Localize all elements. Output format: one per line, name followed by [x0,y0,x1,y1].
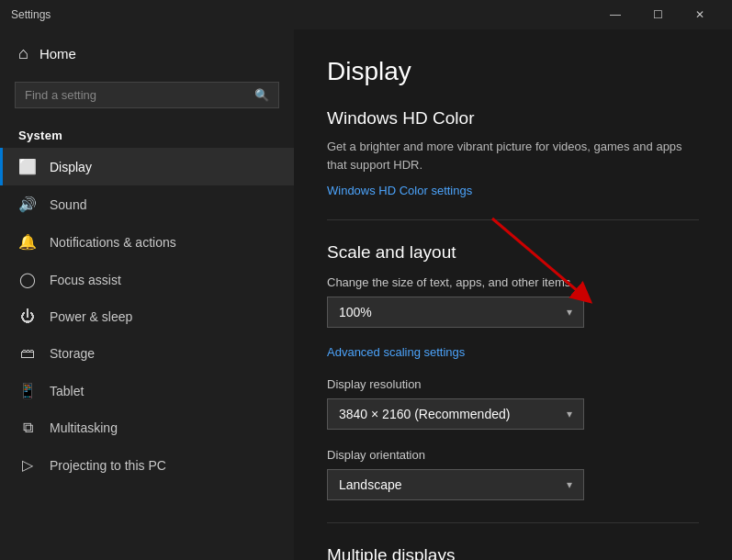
content-area: Display Windows HD Color Get a brighter … [294,29,732,560]
hdr-title: Windows HD Color [327,108,699,129]
storage-icon: 🗃 [18,345,37,362]
chevron-down-icon: ▾ [567,306,572,319]
resolution-dropdown-value: 3840 × 2160 (Recommended) [339,407,510,421]
sidebar: ⌂ Home 🔍 System ⬜ Display 🔊 Sound 🔔 Noti… [0,29,294,560]
divider-2 [327,522,699,523]
focus-icon: ◯ [18,271,37,288]
sidebar-item-home[interactable]: ⌂ Home [0,29,294,78]
divider-1 [327,219,699,220]
app-body: ⌂ Home 🔍 System ⬜ Display 🔊 Sound 🔔 Noti… [0,29,732,560]
hdr-desc: Get a brighter and more vibrant picture … [327,138,699,174]
orientation-dropdown-value: Landscape [339,477,402,492]
search-icon: 🔍 [254,88,269,102]
sidebar-item-focus[interactable]: ◯ Focus assist [0,261,294,298]
titlebar-controls: — ☐ ✕ [594,0,721,29]
sidebar-item-power[interactable]: ⏻ Power & sleep [0,298,294,335]
sidebar-item-sound[interactable]: 🔊 Sound [0,185,294,223]
search-input[interactable] [25,88,247,102]
multitasking-icon: ⧉ [18,420,37,436]
scale-dropdown-value: 100% [339,305,372,319]
titlebar-title: Settings [11,8,594,21]
close-button[interactable]: ✕ [679,0,721,29]
multiple-displays-title: Multiple displays [327,545,699,560]
display-icon: ⬜ [18,158,37,175]
sidebar-category-system: System [0,119,294,148]
notifications-icon: 🔔 [18,233,37,251]
sidebar-item-projecting[interactable]: ▷ Projecting to this PC [0,446,294,484]
hdr-section: Windows HD Color Get a brighter and more… [327,108,699,197]
minimize-button[interactable]: — [594,0,636,29]
scale-dropdown[interactable]: 100% ▾ [327,297,584,328]
sidebar-item-multitasking[interactable]: ⧉ Multitasking [0,409,294,446]
tablet-icon: 📱 [18,382,37,399]
resolution-dropdown[interactable]: 3840 × 2160 (Recommended) ▾ [327,398,584,430]
sidebar-item-storage[interactable]: 🗃 Storage [0,335,294,372]
orientation-label: Display orientation [327,448,699,462]
maximize-button[interactable]: ☐ [636,0,679,29]
orientation-section: Display orientation Landscape ▾ [327,448,699,500]
search-box[interactable]: 🔍 [15,82,279,108]
orientation-dropdown[interactable]: Landscape ▾ [327,469,584,500]
scale-change-label: Change the size of text, apps, and other… [327,275,699,289]
scale-section: Scale and layout Change the size of text… [327,242,699,359]
chevron-down-icon-resolution: ▾ [567,408,572,420]
resolution-label: Display resolution [327,377,699,391]
projecting-icon: ▷ [18,456,37,474]
page-title: Display [327,57,699,86]
sound-icon: 🔊 [18,196,37,213]
power-icon: ⏻ [18,308,37,325]
chevron-down-icon-orientation: ▾ [567,478,572,491]
advanced-scaling-link[interactable]: Advanced scaling settings [327,345,465,359]
resolution-section: Display resolution 3840 × 2160 (Recommen… [327,377,699,430]
sidebar-item-tablet[interactable]: 📱 Tablet [0,372,294,409]
titlebar: Settings — ☐ ✕ [0,0,732,29]
sidebar-item-notifications[interactable]: 🔔 Notifications & actions [0,223,294,261]
multiple-displays-section: Multiple displays [327,545,699,560]
sidebar-item-display[interactable]: ⬜ Display [0,148,294,185]
sidebar-home-label: Home [39,46,76,62]
hdr-link[interactable]: Windows HD Color settings [327,184,472,197]
home-icon: ⌂ [18,44,28,63]
scale-title: Scale and layout [327,242,699,263]
